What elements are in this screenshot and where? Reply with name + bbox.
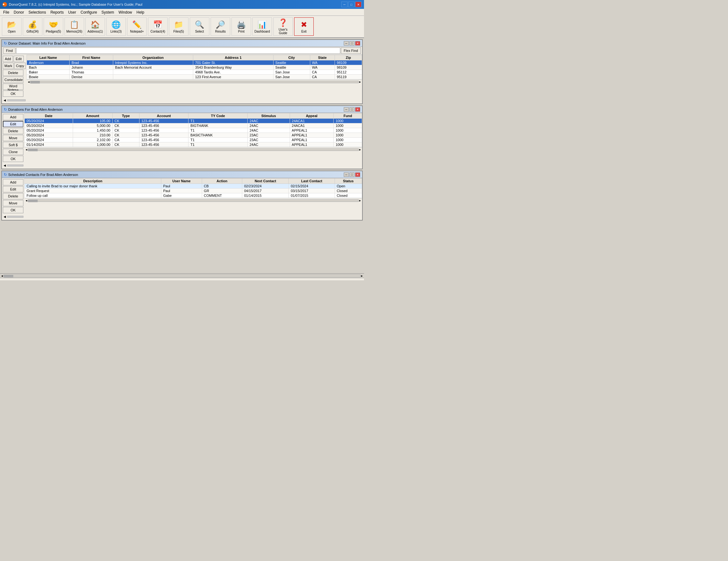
flex-find-button[interactable]: Flex Find (341, 47, 361, 54)
notepad-button[interactable]: ✏️ Notepad+ (127, 17, 147, 36)
global-hscroll-thumb[interactable] (4, 275, 13, 277)
files-button[interactable]: 📁 Files(5) (169, 17, 188, 36)
global-hscroll-right[interactable]: ► (361, 274, 363, 277)
contacts-ok-btn[interactable]: OK (3, 207, 23, 213)
hscroll-left-arrow[interactable]: ◄ (27, 80, 30, 83)
contacts-hscroll-thumb[interactable] (28, 200, 38, 202)
select-button[interactable]: 🔍 Select (190, 17, 209, 36)
hscroll-right-arrow[interactable]: ► (359, 80, 361, 83)
donor-minimize-btn[interactable]: ─ (344, 41, 349, 46)
donor-table-scroll[interactable]: Last Name First Name Organization Addres… (27, 55, 362, 79)
donor-hscroll[interactable]: ◄ ► (27, 79, 362, 84)
menu-selections[interactable]: Selections (27, 9, 48, 15)
maximize-button[interactable]: □ (348, 2, 355, 7)
results-button[interactable]: 🔎 Results (211, 17, 230, 36)
guide-button[interactable]: ❓ User's Guide (273, 17, 293, 36)
minimize-button[interactable]: ─ (341, 2, 348, 7)
find-input[interactable] (16, 47, 340, 54)
donor-close-btn[interactable]: ✕ (355, 41, 360, 46)
table-row[interactable]: Calling to invite Brad to our major dono… (25, 184, 362, 188)
donor-hscroll-thumb[interactable] (30, 81, 40, 83)
donor-delete-btn[interactable]: Delete (3, 70, 23, 76)
contacts-scroll-track[interactable] (7, 216, 23, 218)
donations-left-arrow[interactable]: ◄ (3, 163, 7, 168)
table-row[interactable]: Baker Thomas 4968 Tardis Ave. San Jose C… (27, 70, 362, 75)
menu-file[interactable]: File (1, 9, 11, 15)
table-row[interactable]: Bach Johann Bach Memorial Account 3543 B… (27, 65, 362, 70)
table-row[interactable]: 05/20/2024 1,450.00 CK 123-45-456 T1 24A… (25, 128, 362, 133)
donations-ok-btn[interactable]: OK (3, 156, 23, 162)
dashboard-button[interactable]: 📊 Dashboard (252, 17, 272, 36)
contacts-close-btn[interactable]: ✕ (355, 172, 360, 177)
donations-hscroll-thumb[interactable] (28, 149, 38, 151)
donations-scroll-track[interactable] (7, 164, 23, 166)
contacts-restore-btn[interactable]: □ (349, 172, 355, 177)
menu-reports[interactable]: Reports (48, 9, 65, 15)
contacts-hscroll-track[interactable] (28, 199, 359, 202)
donations-add-btn[interactable]: Add (3, 114, 23, 120)
donor-word-notes-btn[interactable]: Word Notes+ (3, 83, 23, 90)
contacts-table-scroll[interactable]: Description User Name Action Next Contac… (24, 178, 362, 198)
table-row[interactable]: 05/20/2024 105.00 CK 123-45-456 T1 24AC … (25, 119, 362, 123)
menu-configure[interactable]: Configure (79, 9, 99, 15)
contacts-edit-btn[interactable]: Edit (3, 186, 23, 192)
donations-close-btn[interactable]: ✕ (355, 107, 360, 112)
donor-scroll-track[interactable] (7, 99, 26, 101)
contacts-move-btn[interactable]: Move (3, 200, 23, 206)
donations-hscroll[interactable]: ◄ ► (24, 147, 362, 151)
contacts-left-arrow[interactable]: ◄ (3, 214, 7, 219)
open-button[interactable]: 📂 Open (2, 17, 22, 36)
global-hscroll-left[interactable]: ◄ (1, 274, 3, 277)
donations-edit-btn[interactable]: Edit (3, 121, 23, 127)
donor-copy-btn[interactable]: Copy (14, 63, 26, 69)
global-hscroll[interactable]: ◄ ► (0, 273, 364, 278)
contacts-hscroll-left[interactable]: ◄ (25, 199, 28, 202)
donations-move-btn[interactable]: Move (3, 135, 23, 141)
table-row[interactable]: Follow up call Gabe COMMENT 01/14/2015 0… (25, 193, 362, 198)
donations-restore-btn[interactable]: □ (349, 107, 355, 112)
print-button[interactable]: 🖨️ Print (231, 17, 251, 36)
table-row[interactable]: 01/14/2024 1,000.00 CK 123-45-456 T1 24A… (25, 142, 362, 147)
contacts-hscroll-right[interactable]: ► (359, 199, 361, 202)
menu-help[interactable]: Help (135, 9, 146, 15)
donor-add-btn[interactable]: Add (3, 56, 13, 62)
pledges-button[interactable]: 🤝 Pledges(5) (44, 17, 63, 36)
donations-hscroll-right[interactable]: ► (359, 148, 361, 151)
menu-system[interactable]: System (100, 9, 116, 15)
find-button[interactable]: Find (3, 47, 15, 54)
table-row[interactable]: Anderson Brad Intrepid Systems Inc. 701 … (27, 60, 362, 65)
donations-hscroll-left[interactable]: ◄ (25, 148, 28, 151)
global-hscroll-track[interactable] (3, 274, 361, 277)
links-button[interactable]: 🌐 Links(3) (106, 17, 126, 36)
contact-button[interactable]: 📅 Contact(4) (148, 17, 168, 36)
donor-edit-btn[interactable]: Edit (14, 56, 24, 62)
contacts-add-btn[interactable]: Add (3, 179, 23, 185)
memos-button[interactable]: 📋 Memos(26) (65, 17, 84, 36)
donor-consolidate-btn[interactable]: Consolidate (3, 77, 23, 83)
donations-table-scroll[interactable]: Date Amount Type Account TY Code Stimulu… (24, 113, 362, 147)
gifts-button[interactable]: 💰 Gifts(34) (23, 17, 42, 36)
donor-mark-btn[interactable]: Mark (3, 63, 14, 69)
contacts-minimize-btn[interactable]: ─ (344, 172, 349, 177)
exit-button[interactable]: ✖ Exit (294, 17, 314, 36)
table-row[interactable]: 05/20/2024 2,102.00 CA 123-45-456 T1 23A… (25, 138, 362, 142)
table-row[interactable]: Grant Request Paul GR 04/15/2017 03/15/2… (25, 188, 362, 193)
menu-donor[interactable]: Donor (12, 9, 26, 15)
table-row[interactable]: Bowie Denise 123 First Avenue San Jose C… (27, 75, 362, 79)
donations-minimize-btn[interactable]: ─ (344, 107, 349, 112)
menu-user[interactable]: User (66, 9, 78, 15)
donor-ok-btn[interactable]: OK (3, 90, 23, 97)
menu-window[interactable]: Window (117, 9, 134, 15)
donations-delete-btn[interactable]: Delete (3, 128, 23, 134)
donor-hscroll-track[interactable] (30, 81, 359, 83)
donations-hscroll-track[interactable] (28, 148, 359, 151)
contacts-hscroll[interactable]: ◄ ► (24, 198, 362, 202)
contacts-delete-btn[interactable]: Delete (3, 193, 23, 199)
table-row[interactable]: 05/20/2024 5,000.00 CK 123-45-456 BIGTHA… (25, 123, 362, 128)
donations-clone-btn[interactable]: Clone (3, 149, 23, 155)
address-button[interactable]: 🏠 Address(1) (85, 17, 105, 36)
table-row[interactable]: 05/20/2024 210.00 CK 123-45-456 BASICTHA… (25, 133, 362, 138)
donations-soft-btn[interactable]: Soft $ (3, 142, 23, 148)
close-button[interactable]: ✕ (355, 2, 361, 7)
left-arrow-icon[interactable]: ◄ (3, 98, 7, 102)
